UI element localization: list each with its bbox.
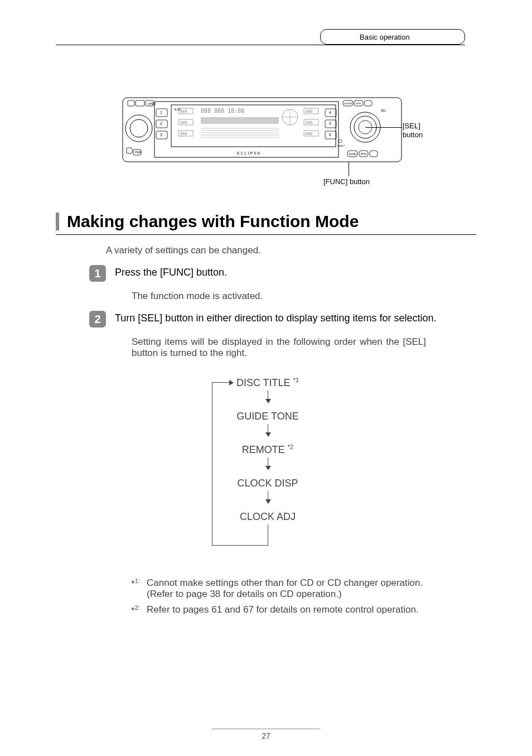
svg-text:6: 6 bbox=[329, 133, 331, 137]
step-instruction: Press the [FUNC] button. bbox=[115, 265, 476, 278]
svg-text:PWR: PWR bbox=[135, 151, 142, 154]
svg-text:4: 4 bbox=[329, 110, 331, 114]
svg-rect-8 bbox=[127, 148, 132, 153]
step-description: Setting items will be displayed in the f… bbox=[132, 336, 426, 359]
footnote: *2: Refer to pages 61 and 67 for details… bbox=[131, 604, 426, 617]
footnote-text: Refer to pages 61 and 67 for details on … bbox=[147, 604, 426, 617]
footnote: *1: Cannot make settings other than for … bbox=[131, 577, 426, 600]
page-number: 27 bbox=[0, 731, 532, 740]
svg-rect-26 bbox=[201, 117, 279, 124]
svg-text:888: 888 bbox=[306, 132, 313, 136]
svg-text:1: 1 bbox=[160, 110, 162, 114]
step-number-badge: 2 bbox=[89, 311, 106, 328]
step-row: 2 Turn [SEL] button in either direction … bbox=[89, 311, 476, 328]
svg-rect-61 bbox=[370, 151, 378, 157]
flow-loop-bottom-v bbox=[268, 537, 268, 546]
svg-point-3 bbox=[130, 119, 148, 137]
flow-down-arrow bbox=[268, 424, 268, 436]
device-diagram-area: OPEN PWR 1 2 3 E-iD 888 888 888 888 888 … bbox=[56, 95, 476, 206]
heading-accent-bar bbox=[56, 213, 59, 230]
step-description: The function mode is activated. bbox=[132, 291, 426, 302]
footnote-marker: *1: bbox=[131, 577, 147, 600]
heading-text: Making changes with Function Mode bbox=[67, 212, 359, 231]
step-row: 1 Press the [FUNC] button. bbox=[89, 265, 476, 282]
header-section-text: Basic operation bbox=[360, 33, 410, 41]
func-callout-line bbox=[349, 162, 349, 176]
svg-point-62 bbox=[338, 139, 342, 143]
flow-item: GUIDE TONE bbox=[212, 410, 323, 422]
flow-item: DISC TITLE *1 bbox=[212, 377, 323, 389]
step-number-badge: 1 bbox=[89, 265, 106, 282]
func-button-label: [FUNC] button bbox=[323, 177, 370, 186]
svg-point-2 bbox=[125, 115, 152, 142]
flow-item: CLOCK ADJ bbox=[212, 511, 323, 523]
flow-down-arrow bbox=[268, 391, 268, 403]
svg-text:FUNC: FUNC bbox=[349, 152, 357, 156]
flow-down-arrow bbox=[268, 458, 268, 470]
settings-flow-diagram: DISC TITLE *1 GUIDE TONE REMOTE *2 CLOCK… bbox=[212, 377, 346, 555]
header-divider bbox=[56, 45, 465, 45]
page-number-divider bbox=[212, 729, 320, 729]
svg-text:SEL: SEL bbox=[381, 109, 386, 112]
svg-text:2: 2 bbox=[160, 122, 162, 126]
intro-text: A variety of settings can be changed. bbox=[106, 245, 476, 256]
flow-down-line bbox=[268, 524, 268, 537]
svg-text:RESET: RESET bbox=[337, 145, 345, 147]
svg-text:888: 888 bbox=[180, 121, 187, 125]
svg-text:888: 888 bbox=[180, 109, 187, 114]
svg-text:888: 888 bbox=[306, 121, 313, 125]
flow-item: CLOCK DISP bbox=[212, 477, 323, 489]
flow-item: REMOTE *2 bbox=[212, 444, 323, 456]
svg-text:ECLIPSE: ECLIPSE bbox=[237, 151, 262, 155]
svg-text:OPEN: OPEN bbox=[148, 102, 156, 105]
footnotes-area: *1: Cannot make settings other than for … bbox=[131, 577, 426, 617]
footnote-marker: *2: bbox=[131, 604, 147, 617]
svg-text:DISP: DISP bbox=[356, 102, 361, 105]
svg-rect-56 bbox=[364, 100, 372, 106]
header-section-tab: Basic operation bbox=[320, 29, 465, 45]
svg-text:3: 3 bbox=[160, 133, 162, 137]
svg-rect-4 bbox=[128, 100, 134, 106]
flow-down-arrow bbox=[268, 491, 268, 503]
step-instruction: Turn [SEL] button in either direction to… bbox=[115, 311, 476, 324]
svg-text:888: 888 bbox=[180, 132, 187, 136]
svg-text:5: 5 bbox=[329, 122, 331, 126]
svg-rect-5 bbox=[136, 100, 144, 106]
sel-callout-line bbox=[365, 127, 402, 128]
svg-text:888: 888 bbox=[306, 109, 313, 114]
car-stereo-illustration: OPEN PWR 1 2 3 E-iD 888 888 888 888 888 … bbox=[120, 95, 404, 167]
svg-text:SOUND: SOUND bbox=[344, 102, 352, 105]
sel-button-label: [SEL] button bbox=[403, 122, 431, 139]
section-heading: Making changes with Function Mode bbox=[56, 212, 476, 235]
flow-loop-bottom bbox=[212, 545, 268, 546]
svg-text:RTN: RTN bbox=[361, 152, 367, 156]
svg-text:888 888 18:88: 888 888 18:88 bbox=[201, 108, 244, 114]
footnote-text: Cannot make settings other than for CD o… bbox=[147, 577, 426, 600]
